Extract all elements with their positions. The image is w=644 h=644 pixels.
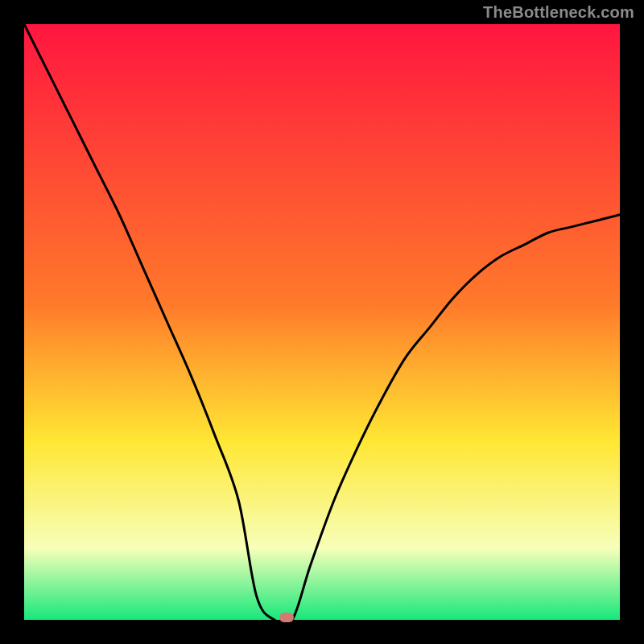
chart-frame: TheBottleneck.com: [0, 0, 644, 644]
bottleneck-curve: [24, 24, 620, 620]
plot-area: [24, 24, 620, 620]
optimal-point-marker: [279, 613, 294, 622]
watermark-text: TheBottleneck.com: [483, 3, 634, 22]
